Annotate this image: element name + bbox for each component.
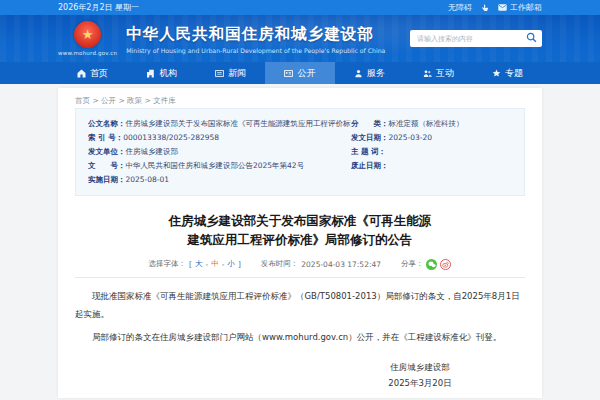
envelope-icon bbox=[498, 4, 507, 11]
meta-row-issue-date: 发文日期：2025-03-20 bbox=[351, 131, 512, 145]
font-size-large-button[interactable]: 大 bbox=[195, 259, 203, 269]
meta-row-subject-words: 主 题 词： bbox=[351, 145, 512, 159]
meta-label: 主 题 词： bbox=[351, 147, 386, 156]
weibo-share-icon[interactable] bbox=[440, 259, 451, 270]
meta-row-doc-number: 文 号：中华人民共和国住房和城乡建设部公告2025年第42号 bbox=[88, 159, 351, 173]
article-title-line2: 建筑应用工程评价标准》局部修订的公告 bbox=[75, 230, 525, 249]
content-card: 首页 > 公开 > 政策 > 文件库 公文名称：住房城乡建设部关于发布国家标准《… bbox=[58, 88, 542, 398]
site-header: ★ www.mohurd.gov.cn 中华人民共和国住房和城乡建设部 Mini… bbox=[0, 15, 600, 62]
nav-item-home[interactable]: 首页 bbox=[58, 62, 127, 84]
signature-org: 住房城乡建设部 bbox=[315, 359, 525, 376]
font-size-small-button[interactable]: 小 bbox=[227, 259, 235, 269]
nav-item-topics[interactable]: 专题 bbox=[473, 62, 542, 84]
font-size-medium-button[interactable]: 中 bbox=[211, 259, 219, 269]
meta-label: 发文单位： bbox=[88, 147, 126, 156]
meta-label: 分 类： bbox=[351, 119, 389, 128]
publish-time-label: 发布时间： bbox=[261, 259, 299, 269]
meta-label: 文 号： bbox=[88, 161, 126, 170]
meta-value: 2025-03-20 bbox=[388, 133, 432, 142]
building-icon bbox=[146, 69, 155, 78]
date-display: 2026年2月2日 星期一 bbox=[58, 2, 139, 13]
nav-label: 机构 bbox=[159, 67, 177, 80]
bracket: [ bbox=[189, 260, 192, 269]
accessibility-label: 无障碍 bbox=[448, 2, 472, 13]
nav-label: 互动 bbox=[436, 67, 454, 80]
accessibility-link[interactable]: 无障碍 bbox=[448, 2, 472, 13]
document-metadata-box: 公文名称：住房城乡建设部关于发布国家标准《可再生能源建筑应用工程评价标准》局部修… bbox=[75, 108, 525, 196]
font-size-label: 选择字体： bbox=[149, 259, 187, 269]
main-navigation: 首页 机构 新闻 公开 服务 互动 专题 bbox=[0, 62, 600, 84]
home-icon bbox=[77, 69, 86, 78]
separator: - bbox=[222, 260, 225, 269]
breadcrumb[interactable]: 首页 > 公开 > 政策 > 文件库 bbox=[75, 93, 525, 108]
page-body: 首页 > 公开 > 政策 > 文件库 公文名称：住房城乡建设部关于发布国家标准《… bbox=[0, 84, 600, 398]
search-icon bbox=[526, 31, 537, 46]
top-utility-bar: 2026年2月2日 星期一 无障碍 工作邮箱 bbox=[0, 0, 600, 15]
meta-label: 索 引 号： bbox=[88, 133, 123, 142]
national-emblem: ★ www.mohurd.gov.cn bbox=[58, 21, 117, 56]
publish-time-value: 2025-04-03 17:52:47 bbox=[301, 260, 381, 269]
meta-row-index-number: 索 引 号：000013338/2025-282958 bbox=[88, 131, 351, 145]
meta-value: 中华人民共和国住房和城乡建设部公告2025年第42号 bbox=[126, 161, 305, 170]
breadcrumb-path: 首页 > 公开 > 政策 > 文件库 bbox=[75, 96, 176, 106]
meta-value: 000013338/2025-282958 bbox=[123, 133, 219, 142]
article-body: 现批准国家标准《可再生能源建筑应用工程评价标准》（GB/T50801-2013）… bbox=[75, 287, 525, 347]
meta-row-issuing-unit: 发文单位：住房城乡建设部 bbox=[88, 145, 351, 159]
search-button[interactable] bbox=[526, 31, 537, 46]
star-icon bbox=[492, 69, 501, 78]
people-icon bbox=[423, 69, 432, 78]
search-box bbox=[410, 30, 542, 47]
separator: - bbox=[205, 260, 208, 269]
search-input[interactable] bbox=[415, 34, 526, 44]
bracket: ] bbox=[238, 260, 241, 269]
nav-label: 首页 bbox=[90, 67, 108, 80]
ministry-title-english: Ministry of Housing and Urban-Rural Deve… bbox=[126, 47, 385, 54]
meta-label: 公文名称： bbox=[88, 119, 126, 128]
wechat-share-icon[interactable] bbox=[426, 259, 437, 270]
share-label: 分享： bbox=[401, 259, 424, 269]
meta-label: 废止日期： bbox=[351, 161, 389, 170]
paragraph: 局部修订的条文在住房城乡建设部门户网站（www.mohurd.gov.cn）公开… bbox=[75, 328, 525, 346]
person-icon bbox=[354, 69, 363, 78]
ministry-title: 中华人民共和国住房和城乡建设部 bbox=[126, 24, 385, 45]
newspaper-icon bbox=[215, 69, 224, 78]
meta-value: 住房城乡建设部关于发布国家标准《可再生能源建筑应用工程评价标准》局部修订的公告 bbox=[126, 119, 351, 128]
site-url: www.mohurd.gov.cn bbox=[58, 50, 117, 56]
nav-label: 专题 bbox=[505, 67, 523, 80]
nav-item-interaction[interactable]: 互动 bbox=[404, 62, 473, 84]
meta-row-repeal-date: 废止日期： bbox=[351, 159, 512, 173]
nav-item-news[interactable]: 新闻 bbox=[196, 62, 265, 84]
nav-label: 公开 bbox=[297, 67, 315, 80]
signature-date: 2025年3月20日 bbox=[315, 375, 525, 392]
article-meta-line: 选择字体：[大-中-小] 发布时间：2025-04-03 17:52:47 分享… bbox=[75, 259, 525, 270]
title-divider bbox=[75, 277, 525, 278]
meta-row-implementation-date: 实施日期：2025-08-01 bbox=[88, 173, 351, 187]
hand-icon[interactable] bbox=[481, 4, 489, 12]
nav-label: 新闻 bbox=[228, 67, 246, 80]
paragraph: 现批准国家标准《可再生能源建筑应用工程评价标准》（GB/T50801-2013）… bbox=[75, 287, 525, 324]
meta-label: 实施日期： bbox=[88, 175, 126, 184]
article-title: 住房城乡建设部关于发布国家标准《可再生能源 建筑应用工程评价标准》局部修订的公告 bbox=[75, 211, 525, 250]
meta-value: 住房城乡建设部 bbox=[126, 147, 179, 156]
signature-block: 住房城乡建设部 2025年3月20日 bbox=[315, 359, 525, 392]
mailbox-label: 工作邮箱 bbox=[510, 2, 542, 13]
nav-item-organization[interactable]: 机构 bbox=[127, 62, 196, 84]
nav-label: 服务 bbox=[367, 67, 385, 80]
meta-value: 2025-08-01 bbox=[126, 175, 170, 184]
meta-row-doc-name: 公文名称：住房城乡建设部关于发布国家标准《可再生能源建筑应用工程评价标准》局部修… bbox=[88, 117, 351, 131]
mailbox-link[interactable]: 工作邮箱 bbox=[498, 2, 542, 13]
emblem-icon: ★ bbox=[74, 21, 101, 48]
meta-value: 标准定额（标准科技） bbox=[388, 119, 463, 128]
nav-item-disclosure[interactable]: 公开 bbox=[265, 62, 334, 84]
id-card-icon bbox=[284, 69, 293, 78]
article-title-line1: 住房城乡建设部关于发布国家标准《可再生能源 bbox=[75, 211, 525, 230]
meta-row-category: 分 类：标准定额（标准科技） bbox=[351, 117, 512, 131]
nav-item-services[interactable]: 服务 bbox=[335, 62, 404, 84]
meta-label: 发文日期： bbox=[351, 133, 389, 142]
